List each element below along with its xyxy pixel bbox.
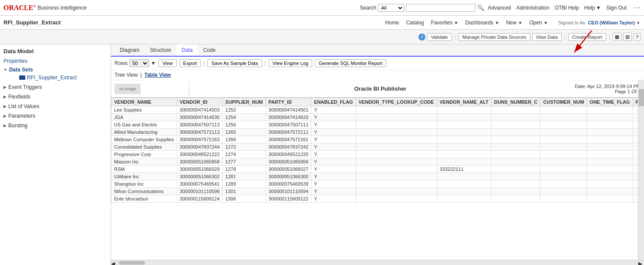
- tab-structure[interactable]: Structure: [145, 44, 176, 57]
- catalog-link[interactable]: Catalog: [406, 20, 424, 26]
- table-cell-r4c4: Y: [311, 136, 356, 143]
- list-of-values-header[interactable]: ▶ List of Values: [3, 102, 107, 110]
- table-cell-r3c2: 1265: [223, 129, 266, 136]
- table-cell-r0c0: Lee Supplies: [111, 106, 177, 114]
- new-menu[interactable]: New ▼: [506, 20, 522, 26]
- tab-diagram[interactable]: Diagram: [115, 44, 145, 57]
- view-button[interactable]: View: [158, 59, 177, 67]
- administration-link[interactable]: Administration: [516, 5, 550, 11]
- table-cell-r9c1: 300000051066302: [177, 173, 223, 180]
- data-table: VENDOR_NAMEVENDOR_IDSUPPLIER_NUMPARTY_ID…: [111, 98, 644, 203]
- table-cell-r5c9: [587, 143, 633, 151]
- table-cell-r10c5: [356, 180, 437, 188]
- table-header-row: VENDOR_NAMEVENDOR_IDSUPPLIER_NUMPARTY_ID…: [111, 98, 644, 106]
- table-row: Nihon Communications30000010111059613013…: [111, 188, 644, 195]
- tab-code[interactable]: Code: [198, 44, 221, 57]
- table-col-vendor_name_alt: VENDOR_NAME_ALT: [437, 98, 491, 106]
- search-button[interactable]: 🔍: [477, 4, 484, 11]
- table-cell-r9c8: [540, 173, 587, 180]
- table-cell-r4c5: [356, 136, 437, 143]
- table-cell-r6c3: 300000049521220: [266, 151, 311, 158]
- view-data-button[interactable]: View Data: [532, 33, 562, 41]
- sidebar-datasets-section: ▼ Data Sets RFI_Supplier_Extract: [3, 66, 107, 82]
- table-cell-r7c2: 1277: [223, 158, 266, 166]
- tab-data[interactable]: Data: [176, 44, 198, 57]
- table-col-vendor_id: VENDOR_ID: [177, 98, 223, 106]
- tree-view-link[interactable]: Tree View: [115, 72, 138, 78]
- sidebar-flexfields-section: ▶ Flexfields: [3, 93, 107, 101]
- table-cell-r11c9: [587, 188, 633, 195]
- table-cell-r10c9: [587, 180, 633, 188]
- scroll-left-btn[interactable]: ◀: [111, 261, 117, 265]
- datasets-label: Data Sets: [9, 67, 33, 73]
- table-cell-r8c6: 333222111: [437, 166, 491, 173]
- table-row: Utilitaire Inc30000005106630212813000000…: [111, 173, 644, 180]
- parameters-header[interactable]: ▶ Parameters: [3, 112, 107, 120]
- rows-select[interactable]: 50 100 200: [129, 59, 149, 67]
- bursting-header[interactable]: ▶ Bursting: [3, 122, 107, 129]
- search-scope-select[interactable]: All: [378, 4, 404, 12]
- table-cell-r12c0: Ente Idrocarburi: [111, 195, 177, 203]
- help-link[interactable]: Help: [584, 5, 595, 11]
- view-engine-log-button[interactable]: View Engine Log: [269, 59, 312, 67]
- bar-chart-icon-button[interactable]: ▦: [613, 33, 621, 41]
- table-cell-r12c7: [491, 195, 540, 203]
- search-input[interactable]: [406, 4, 475, 12]
- table-cell-r9c9: [587, 173, 633, 180]
- manage-private-data-sources-button[interactable]: Manage Private Data Sources: [459, 33, 530, 41]
- table-cell-r8c5: [356, 166, 437, 173]
- advanced-link[interactable]: Advanced: [488, 5, 511, 11]
- report-logo-cell: An Image: [111, 82, 189, 96]
- horizontal-scrollbar[interactable]: ◀ ▶: [111, 260, 644, 265]
- event-triggers-header[interactable]: ▶ Event Triggers: [3, 83, 107, 91]
- table-col-vendor_name: VENDOR_NAME: [111, 98, 177, 106]
- info-icon: i: [418, 34, 425, 41]
- table-row: Progressive Corp300000049521222127430000…: [111, 151, 644, 158]
- dashboards-menu[interactable]: Dashboards ▼: [465, 20, 499, 26]
- sign-out-link[interactable]: Sign Out: [606, 5, 627, 11]
- open-menu[interactable]: Open ▼: [529, 20, 548, 26]
- home-link[interactable]: Home: [385, 20, 399, 26]
- table-cell-r2c4: Y: [311, 121, 356, 129]
- vertical-scrollbar[interactable]: [638, 80, 644, 260]
- sidebar-item-rfi-supplier-extract[interactable]: RFI_Supplier_Extract: [10, 74, 107, 82]
- sidebar-list-of-values-section: ▶ List of Values: [3, 102, 107, 110]
- sidebar-title: Data Model: [3, 48, 107, 54]
- bursting-label: Bursting: [8, 122, 27, 129]
- table-wrapper[interactable]: An Image Oracle BI Publisher Date: Apr 1…: [111, 80, 644, 260]
- scroll-right-btn[interactable]: ▶: [638, 261, 644, 265]
- otbi-help-link[interactable]: OTBI Help: [555, 5, 579, 11]
- create-report-button[interactable]: Create Report: [568, 33, 606, 41]
- table-cell-r7c9: [587, 158, 633, 166]
- help-icon-button[interactable]: ?: [634, 33, 641, 41]
- page-title: RFI_Supplier_Extract: [3, 19, 61, 26]
- table-cell-r8c7: [491, 166, 540, 173]
- table-icon-button[interactable]: ▤: [623, 33, 632, 41]
- dashboards-dropdown-icon: ▼: [495, 20, 499, 25]
- table-col-vendor_type_lookup_code: VENDOR_TYPE_LOOKUP_CODE: [356, 98, 437, 106]
- table-cell-r12c4: Y: [311, 195, 356, 203]
- table-cell-r4c8: [540, 136, 587, 143]
- datasets-section-header[interactable]: ▼ Data Sets: [3, 66, 107, 74]
- list-of-values-label: List of Values: [8, 103, 39, 109]
- generate-sql-monitor-button[interactable]: Generate SQL Monitor Report: [315, 59, 386, 67]
- favorites-menu[interactable]: Favorites ▼: [431, 20, 459, 26]
- table-cell-r6c0: Progressive Corp: [111, 151, 177, 158]
- table-view-link[interactable]: Table View: [144, 72, 171, 78]
- table-row: Consolidated Supplies3000000478372441272…: [111, 143, 644, 151]
- table-cell-r9c2: 1281: [223, 173, 266, 180]
- sidebar: Data Model Properties ▼ Data Sets RFI_Su…: [0, 44, 111, 265]
- table-cell-r5c7: [491, 143, 540, 151]
- table-cell-r9c3: 300000051066300: [266, 173, 311, 180]
- validate-button[interactable]: Validate: [427, 33, 452, 41]
- table-cell-r3c1: 300000047572113: [177, 129, 223, 136]
- table-cell-r1c7: [491, 114, 540, 121]
- table-cell-r8c0: RSM: [111, 166, 177, 173]
- flexfields-header[interactable]: ▶ Flexfields: [3, 93, 107, 101]
- tabs-bar: Diagram Structure Data Code: [111, 44, 644, 57]
- export-button[interactable]: Export: [179, 59, 201, 67]
- table-cell-r3c0: Allied Manufacturing: [111, 129, 177, 136]
- save-as-sample-button[interactable]: Save As Sample Data: [207, 59, 262, 67]
- table-cell-r0c5: [356, 106, 437, 114]
- table-cell-r0c1: 300000047414503: [177, 106, 223, 114]
